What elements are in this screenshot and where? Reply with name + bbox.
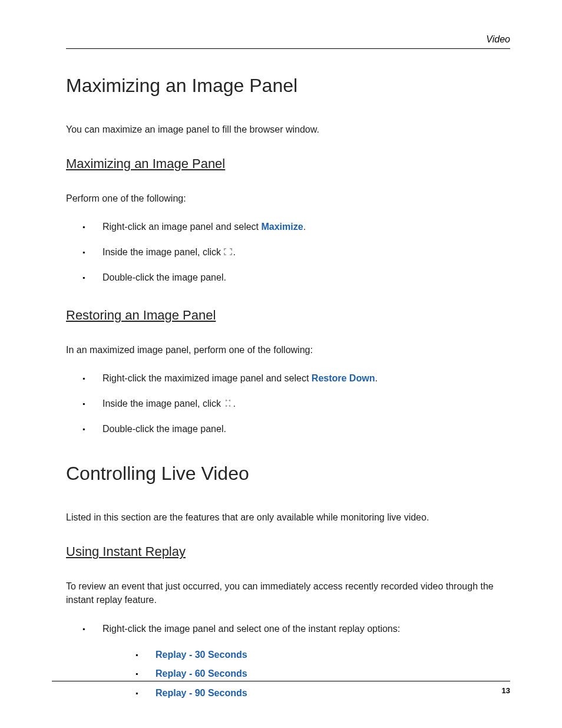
- maximize-icon: [224, 246, 232, 259]
- list-item: Right-click the maximized image panel an…: [82, 372, 510, 385]
- page-footer: 13: [52, 681, 510, 695]
- page-header: Video: [66, 34, 510, 49]
- list-item: Right-click an image panel and select Ma…: [82, 220, 510, 233]
- text-fragment: Inside the image panel, click: [103, 247, 223, 257]
- list-item: Inside the image panel, click .: [82, 397, 510, 411]
- list-item: Double-click the image panel.: [82, 423, 510, 436]
- restore-options-list: Right-click the maximized image panel an…: [66, 372, 510, 436]
- instruction-text: In an maximized image panel, perform one…: [66, 343, 510, 357]
- page-number: 13: [502, 686, 510, 695]
- instruction-text: To review an event that just occurred, y…: [66, 579, 510, 607]
- replay-option-60: Replay - 60 Seconds: [135, 667, 510, 680]
- text-fragment: .: [375, 373, 377, 383]
- instruction-text: Perform one of the following:: [66, 192, 510, 205]
- heading-maximizing-image-panel: Maximizing an Image Panel: [66, 75, 510, 97]
- subheading-restoring: Restoring an Image Panel: [66, 308, 510, 323]
- text-fragment: Right-click the maximized image panel an…: [103, 373, 312, 383]
- text-fragment: Right-click the image panel and select o…: [103, 624, 400, 634]
- intro-paragraph: You can maximize an image panel to fill …: [66, 123, 510, 136]
- text-fragment: Inside the image panel, click: [103, 398, 223, 409]
- text-fragment: .: [233, 398, 235, 409]
- replay-option-30: Replay - 30 Seconds: [135, 648, 510, 661]
- header-section-label: Video: [486, 34, 510, 45]
- list-item: Inside the image panel, click .: [82, 246, 510, 259]
- text-fragment: .: [233, 247, 235, 257]
- maximize-options-list: Right-click an image panel and select Ma…: [66, 220, 510, 284]
- intro-paragraph: Listed in this section are the features …: [66, 510, 510, 524]
- restore-icon: [224, 397, 232, 410]
- text-fragment: Right-click an image panel and select: [103, 222, 261, 232]
- list-item: Double-click the image panel.: [82, 271, 510, 284]
- heading-controlling-live-video: Controlling Live Video: [66, 463, 510, 485]
- subheading-maximizing: Maximizing an Image Panel: [66, 156, 510, 172]
- subheading-instant-replay: Using Instant Replay: [66, 544, 510, 559]
- ui-term-restore-down: Restore Down: [312, 373, 375, 383]
- text-fragment: .: [303, 222, 306, 232]
- ui-term-maximize: Maximize: [261, 222, 303, 232]
